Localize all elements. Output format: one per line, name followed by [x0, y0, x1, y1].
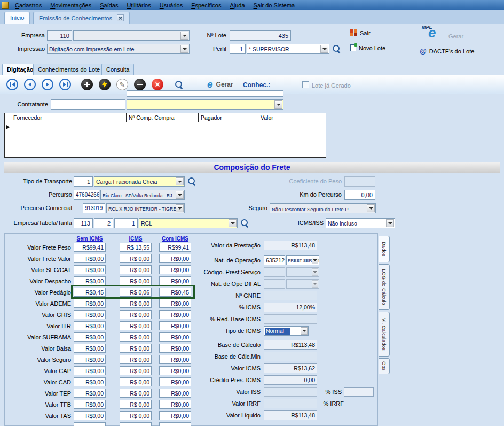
grid-col-comp-compra[interactable]: Nº Comp. Compra: [127, 113, 199, 122]
sem-icms-field[interactable]: R$0,00: [74, 400, 106, 409]
icms-field[interactable]: R$ 13,55: [120, 243, 152, 252]
dacte-button[interactable]: @ DACTE's do Lote: [420, 47, 474, 55]
ett-tabela-field[interactable]: 2: [94, 218, 113, 228]
tipo-transporte-combo[interactable]: Carga Fracionada Cheia: [94, 176, 185, 187]
calculate-button[interactable]: [99, 79, 111, 90]
sem-icms-field[interactable]: R$0,00: [74, 366, 106, 375]
icms-field[interactable]: R$ 0,00: [120, 265, 152, 274]
sem-icms-field[interactable]: R$0,00: [74, 321, 106, 330]
menu-item-sair-sistema[interactable]: Sair do Sistema: [249, 1, 300, 10]
sem-icms-field[interactable]: R$0,00: [74, 299, 106, 308]
next-record-button[interactable]: [42, 79, 53, 90]
edit-record-button[interactable]: ✎: [116, 79, 128, 90]
sem-icms-field[interactable]: R$0,00: [74, 377, 106, 386]
sair-button[interactable]: Sair: [350, 29, 371, 36]
delete-record-button[interactable]: [134, 79, 146, 90]
icms-field[interactable]: R$ 0,00: [120, 321, 152, 330]
ett-empresa-field[interactable]: 113: [74, 218, 93, 228]
icms-field[interactable]: R$ 0,00: [120, 276, 152, 285]
icms-field[interactable]: R$ 0,00: [120, 310, 152, 319]
partial-field[interactable]: [127, 90, 284, 97]
icms-field[interactable]: R$ 0,00: [120, 299, 152, 308]
perc-icms-field[interactable]: 12,00%: [264, 303, 317, 312]
insert-record-button[interactable]: [81, 79, 93, 90]
icms-field[interactable]: R$ 0,06: [120, 288, 152, 297]
icms-field[interactable]: R$ 0,00: [120, 366, 152, 375]
grid-col-pagador[interactable]: Pagador: [199, 113, 258, 122]
ett-combo[interactable]: RCL: [139, 218, 238, 228]
grid-col-fornecedor[interactable]: Fornecedor: [11, 113, 127, 122]
search-icon[interactable]: [175, 81, 183, 89]
search-icon[interactable]: [188, 177, 196, 185]
icms-field[interactable]: R$ 0,00: [120, 400, 152, 409]
sem-icms-field[interactable]: [74, 422, 106, 426]
prev-record-button[interactable]: [24, 79, 36, 90]
sem-icms-field[interactable]: R$0,00: [74, 310, 106, 319]
empresa-field[interactable]: 110: [47, 30, 72, 41]
menu-item-movimentacoes[interactable]: Movimentações: [46, 1, 96, 10]
side-tab-log-calculo[interactable]: LOG do Cálculo: [379, 264, 390, 310]
tipo-transporte-num-field[interactable]: 1: [74, 176, 93, 187]
nat-operacao-num-field[interactable]: 635212: [264, 255, 285, 265]
prestacao-field[interactable]: R$113,48: [264, 241, 317, 250]
base-calculo-field[interactable]: R$113,48: [264, 340, 317, 350]
tab-consulta[interactable]: Consulta: [101, 64, 134, 75]
sem-icms-field[interactable]: R$0,00: [74, 411, 106, 420]
sem-icms-field[interactable]: R$0,00: [74, 254, 106, 263]
search-icon[interactable]: [333, 45, 341, 53]
tab-emissao-conhecimentos[interactable]: Emissão de Conhecimentos: [33, 12, 130, 24]
sem-icms-field[interactable]: R$0,00: [74, 276, 106, 285]
icms-iss-combo[interactable]: Não incluso: [326, 218, 395, 228]
nlote-field[interactable]: 435: [230, 30, 291, 41]
credito-pres-field[interactable]: 0,00: [264, 375, 317, 385]
sem-icms-field[interactable]: R$0,00: [74, 355, 106, 364]
nat-operacao-combo[interactable]: PREST SERV TRANSI: [286, 255, 319, 265]
novo-lote-button[interactable]: Novo Lote: [350, 44, 385, 51]
gerar-button[interactable]: e Gerar: [207, 79, 233, 90]
icms-field[interactable]: R$ 0,00: [120, 411, 152, 420]
sem-icms-field[interactable]: R$0,45: [74, 288, 106, 297]
perfil-num-field[interactable]: 1: [230, 44, 246, 54]
seguro-combo[interactable]: Não Descontar Seguro do Frete P: [270, 203, 376, 213]
sem-icms-field[interactable]: R$99,41: [74, 243, 106, 252]
perfil-combo[interactable]: * SUPERVISOR: [247, 44, 329, 54]
valor-liquido-field[interactable]: R$113,48: [264, 410, 317, 420]
icms-field[interactable]: R$ 0,00: [120, 254, 152, 263]
tab-conhecimentos-lote[interactable]: Conhecimentos do Lote: [33, 64, 105, 75]
close-icon[interactable]: [117, 14, 124, 21]
side-tab-obs[interactable]: Obs: [379, 358, 390, 374]
side-tab-vl-calculados[interactable]: Vl. Calculados: [379, 312, 390, 357]
last-record-button[interactable]: [59, 79, 71, 90]
tipo-icms-combo[interactable]: Normal: [264, 326, 309, 336]
icms-field[interactable]: R$ 0,00: [120, 332, 152, 342]
sem-icms-field[interactable]: R$0,00: [74, 344, 106, 353]
menu-item-cadastros[interactable]: Cadastros: [11, 1, 46, 10]
cancel-button[interactable]: [152, 79, 163, 90]
side-tab-dados[interactable]: Dados: [379, 236, 390, 262]
percurso-combo[interactable]: Rio Claro - SP/Volta Redonda - RJ: [100, 190, 185, 200]
percurso-num-field[interactable]: 47604266: [74, 190, 99, 200]
com-icms-field[interactable]: [159, 422, 191, 426]
perc-iss-field[interactable]: [344, 387, 374, 397]
sem-icms-field[interactable]: R$0,00: [74, 265, 106, 274]
impressao-combo[interactable]: Digitação com Impressão em Lote: [47, 44, 190, 54]
ett-tarifa-field[interactable]: 1: [114, 218, 138, 228]
menu-item-ajuda[interactable]: Ajuda: [225, 1, 249, 10]
icms-field[interactable]: [120, 422, 152, 426]
menu-item-saidas[interactable]: Saídas: [96, 1, 122, 10]
tab-inicio[interactable]: Início: [4, 12, 30, 24]
icms-field[interactable]: R$ 0,00: [120, 377, 152, 386]
icms-field[interactable]: R$ 0,00: [120, 355, 152, 364]
grid-col-valor[interactable]: Valor: [258, 113, 326, 122]
percurso-comercial-combo[interactable]: RCL X RJO INTERIOR - TIGRE: [106, 203, 185, 213]
contratante-combo[interactable]: [127, 99, 284, 110]
km-percurso-field[interactable]: 0,00: [344, 190, 375, 200]
search-icon[interactable]: [241, 219, 249, 227]
empresa-combo[interactable]: [73, 30, 190, 41]
menu-item-usuarios[interactable]: Usuários: [155, 1, 187, 10]
icms-field[interactable]: R$ 0,00: [120, 389, 152, 398]
valor-icms-field[interactable]: R$13,62: [264, 363, 317, 373]
contratante-code-field[interactable]: [51, 99, 125, 110]
menu-item-especificos[interactable]: Específicos: [187, 1, 225, 10]
menu-item-utilitarios[interactable]: Utilitários: [122, 1, 155, 10]
